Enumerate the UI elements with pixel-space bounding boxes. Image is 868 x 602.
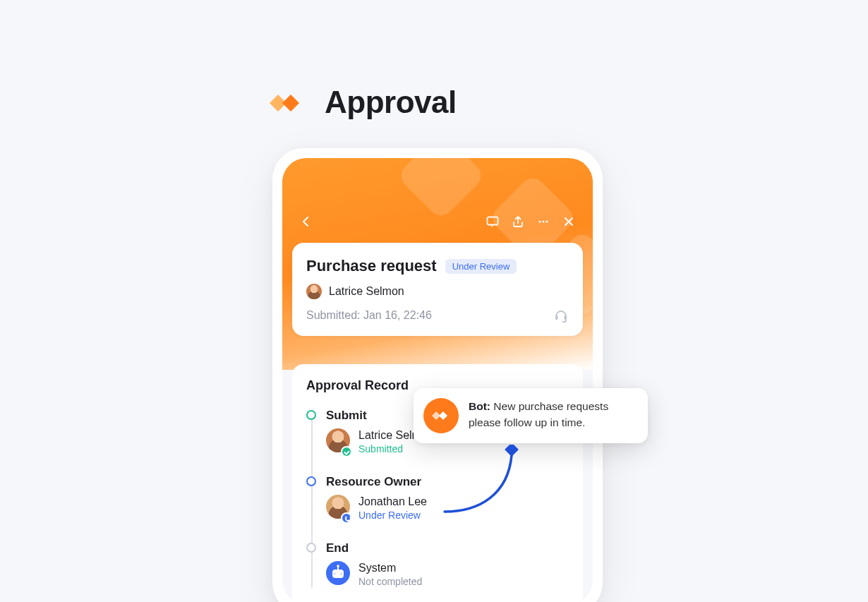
share-icon[interactable] [505,209,531,234]
page-title: Approval [325,85,457,120]
avatar [326,561,350,588]
more-icon[interactable] [531,209,556,234]
toolbar [282,207,593,236]
step-status: Submitted [358,443,434,454]
clock-badge-icon [341,512,352,524]
bot-popup: Bot: New purchase requests please follow… [414,388,648,443]
phone-screen: Purchase request Under Review Latrice Se… [282,158,593,602]
step-dot-icon [306,476,316,486]
requester-name: Latrice Selmon [329,285,404,298]
request-title: Purchase request [306,257,437,275]
requester-row: Latrice Selmon [306,284,569,299]
timeline-step-end: End [326,541,569,588]
headset-icon[interactable] [553,308,569,323]
svg-point-8 [339,572,342,575]
check-badge-icon [341,446,352,457]
step-title: End [326,541,569,555]
phone-frame: Purchase request Under Review Latrice Se… [272,148,603,602]
bot-message: Bot: New purchase requests please follow… [469,398,637,431]
submitted-label: Submitted: Jan 16, 22:46 [306,309,432,322]
back-button[interactable] [294,209,319,234]
bot-prefix: Bot: [469,400,490,412]
bot-avatar-icon [326,561,350,585]
svg-rect-0 [488,217,498,225]
step-status: Not completed [358,576,422,587]
svg-rect-5 [565,315,567,320]
page-header: Approval [267,85,457,120]
comment-icon[interactable] [480,209,505,234]
avatar [326,495,350,522]
svg-point-7 [334,572,337,575]
bot-logo-icon [423,398,459,433]
timeline-step-owner: Resource Owner Jonathan Lee Under Review [326,475,569,522]
svg-rect-6 [332,570,344,578]
request-card: Purchase request Under Review Latrice Se… [292,243,583,336]
step-dot-icon [306,543,316,553]
avatar [326,428,350,455]
svg-point-10 [337,565,339,567]
svg-point-3 [545,220,548,222]
avatar [306,284,322,299]
step-dot-icon [306,410,316,420]
step-user: System [358,562,422,574]
close-icon[interactable] [556,209,581,234]
status-badge: Under Review [445,259,517,274]
step-status: Under Review [358,510,427,521]
step-user: Jonathan Lee [358,495,427,508]
svg-point-2 [542,220,544,222]
step-title: Resource Owner [326,475,569,489]
svg-rect-4 [555,315,558,320]
approval-logo-icon [267,89,311,116]
svg-point-1 [538,220,541,222]
